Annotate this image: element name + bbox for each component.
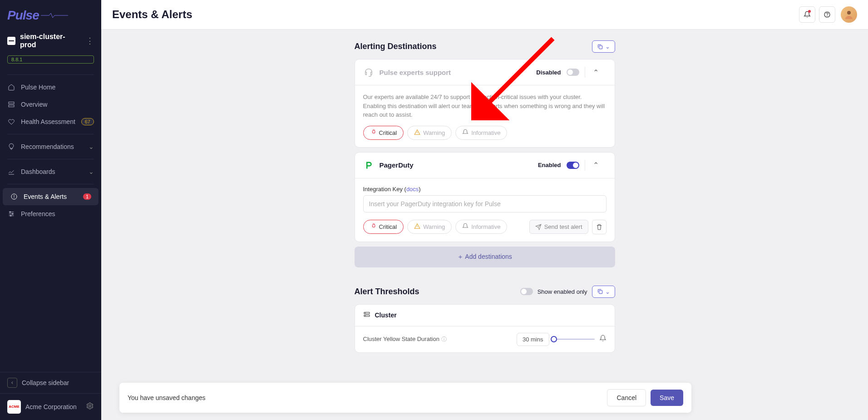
- overview-icon: [7, 100, 15, 109]
- help-button[interactable]: [819, 6, 835, 23]
- toggle-label: Enabled: [538, 162, 561, 168]
- severity-critical[interactable]: Critical: [363, 126, 404, 140]
- threshold-slider[interactable]: [554, 339, 595, 340]
- bell-icon: [462, 223, 469, 231]
- page-title: Events & Alerts: [112, 8, 799, 21]
- chart-icon: [7, 168, 15, 176]
- dest-description: Our experts are available 24/7 to suppor…: [363, 93, 607, 119]
- org-name: Acme Corporation: [25, 403, 81, 410]
- svg-point-19: [365, 313, 365, 313]
- cancel-button[interactable]: Cancel: [607, 389, 646, 406]
- nav-events-alerts[interactable]: Events & Alerts 1: [3, 188, 99, 205]
- heart-icon: [7, 118, 15, 126]
- svg-point-8: [10, 212, 11, 213]
- fire-icon: [370, 223, 376, 231]
- brand-text: Pulse: [7, 8, 39, 23]
- svg-rect-16: [599, 291, 602, 294]
- nav-label: Pulse Home: [21, 84, 55, 91]
- svg-point-10: [10, 215, 11, 217]
- cluster-group-icon: [363, 311, 370, 320]
- nav-health-assessment[interactable]: Health Assessment 67: [0, 113, 101, 130]
- threshold-value[interactable]: 30 mins: [517, 333, 549, 346]
- notifications-button[interactable]: [799, 6, 815, 23]
- svg-point-11: [89, 405, 91, 407]
- pagerduty-toggle[interactable]: [567, 162, 579, 169]
- svg-point-14: [847, 11, 851, 15]
- nav-recommendations[interactable]: Recommendations ⌄: [0, 138, 101, 155]
- svg-point-20: [365, 316, 365, 316]
- copy-destinations-button[interactable]: ⌄: [592, 40, 615, 53]
- severity-informative[interactable]: Informative: [455, 126, 507, 140]
- integration-key-label: Integration Key (docs): [363, 186, 607, 193]
- main: Events & Alerts Alerting Destinations ⌄ …: [101, 0, 868, 420]
- chevron-down-icon: ⌄: [605, 288, 610, 295]
- nav-overview[interactable]: Overview: [0, 96, 101, 113]
- thresholds-header: Alert Thresholds Show enabled only ⌄: [355, 286, 615, 298]
- integration-key-input[interactable]: [363, 195, 607, 212]
- health-badge: 67: [81, 118, 94, 125]
- dest-pulse-experts: Pulse experts support Disabled ⌃ Our exp…: [355, 59, 615, 148]
- svg-rect-15: [599, 45, 602, 49]
- unsaved-changes-bar: You have unsaved changes Cancel Save: [119, 383, 691, 413]
- home-icon: [7, 83, 15, 91]
- pulse-toggle[interactable]: [567, 69, 579, 76]
- collapse-sidebar[interactable]: Collapse sidebar: [0, 372, 101, 393]
- chevron-down-icon: ⌄: [89, 168, 94, 175]
- docs-link[interactable]: docs: [406, 186, 419, 193]
- sidebar: Pulse siem-cluster-prod ⋮ 8.8.1 Pulse Ho…: [0, 0, 101, 420]
- group-title: Cluster: [375, 311, 397, 319]
- brand-logo: Pulse: [0, 0, 101, 28]
- collapse-card-button[interactable]: ⌃: [585, 160, 607, 171]
- dest-pagerduty: PagerDuty Enabled ⌃ Integration Key (doc…: [355, 152, 615, 242]
- headset-icon: [363, 67, 374, 78]
- severity-warning[interactable]: Warning: [407, 126, 452, 140]
- org-logo: ACME: [7, 400, 21, 414]
- send-test-alert-button[interactable]: Send test alert: [529, 220, 588, 234]
- threshold-bell-icon[interactable]: [599, 335, 607, 344]
- delete-destination-button[interactable]: [592, 220, 607, 234]
- nav-dashboards[interactable]: Dashboards ⌄: [0, 163, 101, 180]
- nav: Pulse Home Overview Health Assessment 67…: [0, 67, 101, 372]
- warning-icon: [414, 129, 420, 137]
- chevron-down-icon: ⌄: [605, 43, 610, 50]
- events-badge: 1: [83, 193, 91, 200]
- cluster-icon: [7, 37, 15, 45]
- dest-title: PagerDuty: [380, 161, 414, 169]
- show-enabled-toggle[interactable]: [520, 288, 533, 295]
- section-title: Alert Thresholds: [355, 287, 520, 296]
- cluster-menu-icon[interactable]: ⋮: [86, 36, 94, 46]
- bulb-icon: [7, 143, 15, 151]
- nav-label: Preferences: [21, 210, 55, 217]
- org-row: ACME Acme Corporation: [0, 393, 101, 420]
- svg-point-4: [14, 198, 15, 198]
- warning-icon: [414, 223, 420, 231]
- svg-point-9: [12, 213, 13, 215]
- svg-point-13: [827, 16, 828, 16]
- collapse-icon: [7, 378, 17, 388]
- collapse-card-button[interactable]: ⌃: [585, 67, 607, 78]
- copy-thresholds-button[interactable]: ⌄: [592, 286, 615, 298]
- collapse-label: Collapse sidebar: [22, 379, 69, 386]
- section-title: Alerting Destinations: [355, 42, 592, 51]
- add-destinations-button[interactable]: ＋ Add destinations: [355, 247, 615, 267]
- severity-warning[interactable]: Warning: [407, 220, 452, 234]
- save-button[interactable]: Save: [651, 390, 683, 406]
- svg-rect-1: [9, 105, 14, 107]
- toggle-label: Show enabled only: [538, 288, 587, 295]
- cluster-selector[interactable]: siem-cluster-prod ⋮: [0, 28, 101, 54]
- threshold-row: Cluster Yellow State Durationⓘ 30 mins: [355, 326, 615, 352]
- header: Events & Alerts: [101, 0, 868, 30]
- pagerduty-icon: [363, 160, 374, 171]
- nav-preferences[interactable]: Preferences: [0, 205, 101, 222]
- footer-message: You have unsaved changes: [128, 394, 602, 401]
- fire-icon: [370, 129, 376, 137]
- content: Alerting Destinations ⌄ Pulse experts su…: [101, 30, 868, 420]
- nav-label: Recommendations: [21, 143, 74, 150]
- avatar[interactable]: [841, 6, 857, 23]
- severity-informative[interactable]: Informative: [455, 220, 507, 234]
- gear-icon[interactable]: [86, 402, 94, 412]
- nav-pulse-home[interactable]: Pulse Home: [0, 79, 101, 96]
- info-icon[interactable]: ⓘ: [441, 336, 447, 342]
- toggle-label: Disabled: [536, 69, 561, 76]
- severity-critical[interactable]: Critical: [363, 220, 404, 234]
